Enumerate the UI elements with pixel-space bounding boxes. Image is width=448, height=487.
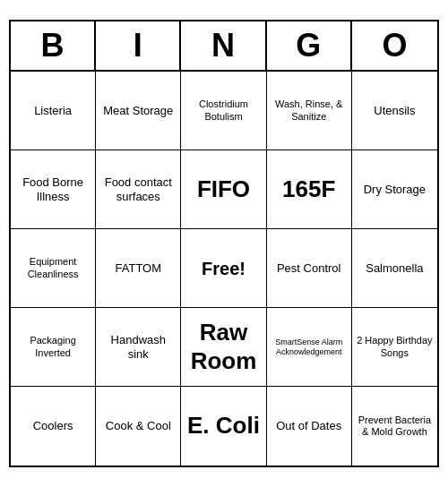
bingo-header: BINGO [11, 21, 437, 72]
bingo-cell-9[interactable]: Dry Storage [352, 150, 437, 229]
bingo-cell-6[interactable]: Food contact surfaces [96, 150, 181, 229]
bingo-cell-5[interactable]: Food Borne Illness [11, 150, 96, 229]
bingo-grid: ListeriaMeat StorageClostridium Botulism… [11, 72, 437, 466]
bingo-cell-19[interactable]: 2 Happy Birthday Songs [352, 308, 437, 387]
bingo-cell-17[interactable]: Raw Room [181, 308, 266, 387]
bingo-cell-20[interactable]: Coolers [11, 387, 96, 466]
bingo-cell-0[interactable]: Listeria [11, 72, 96, 150]
bingo-cell-23[interactable]: Out of Dates [267, 387, 352, 466]
bingo-cell-3[interactable]: Wash, Rinse, & Sanitize [267, 72, 352, 150]
bingo-cell-8[interactable]: 165F [267, 150, 352, 229]
bingo-cell-7[interactable]: FIFO [181, 150, 266, 229]
bingo-letter-i: I [96, 21, 181, 70]
bingo-letter-g: G [267, 21, 352, 70]
bingo-cell-15[interactable]: Packaging Inverted [11, 308, 96, 387]
bingo-cell-21[interactable]: Cook & Cool [96, 387, 181, 466]
bingo-cell-13[interactable]: Pest Control [267, 229, 352, 308]
bingo-cell-10[interactable]: Equipment Cleanliness [11, 229, 96, 308]
bingo-cell-16[interactable]: Handwash sink [96, 308, 181, 387]
bingo-cell-18[interactable]: SmartSense Alarm Acknowledgement [267, 308, 352, 387]
bingo-card: BINGO ListeriaMeat StorageClostridium Bo… [9, 20, 439, 467]
bingo-letter-n: N [181, 21, 266, 70]
bingo-cell-22[interactable]: E. Coli [181, 387, 266, 466]
bingo-cell-24[interactable]: Prevent Bacteria & Mold Growth [352, 387, 437, 466]
bingo-cell-4[interactable]: Utensils [352, 72, 437, 150]
bingo-cell-1[interactable]: Meat Storage [96, 72, 181, 150]
bingo-letter-o: O [352, 21, 437, 70]
bingo-letter-b: B [11, 21, 96, 70]
bingo-cell-14[interactable]: Salmonella [352, 229, 437, 308]
bingo-cell-2[interactable]: Clostridium Botulism [181, 72, 266, 150]
bingo-cell-11[interactable]: FATTOM [96, 229, 181, 308]
bingo-cell-12[interactable]: Free! [181, 229, 266, 308]
